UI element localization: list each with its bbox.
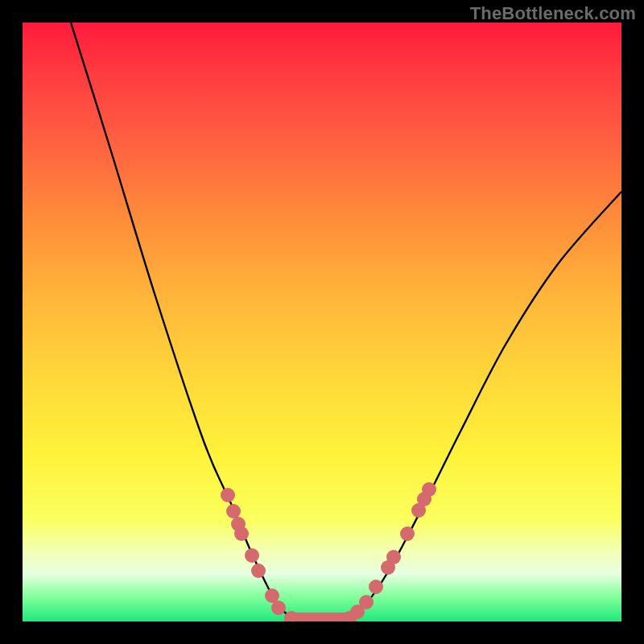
data-point [234, 526, 249, 541]
plot-area [23, 23, 621, 621]
data-point [245, 548, 259, 563]
data-point [386, 550, 401, 564]
data-point [369, 580, 383, 594]
data-point [359, 595, 374, 609]
watermark-text: TheBottleneck.com [470, 3, 636, 24]
data-point [226, 504, 241, 518]
dots-right [342, 482, 436, 621]
curve-left [71, 23, 292, 618]
chart-svg [23, 23, 621, 621]
data-point [271, 601, 286, 615]
data-point [221, 488, 235, 502]
dots-left [221, 488, 299, 621]
data-point [400, 526, 415, 541]
outer-frame: TheBottleneck.com [0, 0, 644, 644]
data-point [251, 564, 266, 578]
data-point [422, 482, 436, 497]
